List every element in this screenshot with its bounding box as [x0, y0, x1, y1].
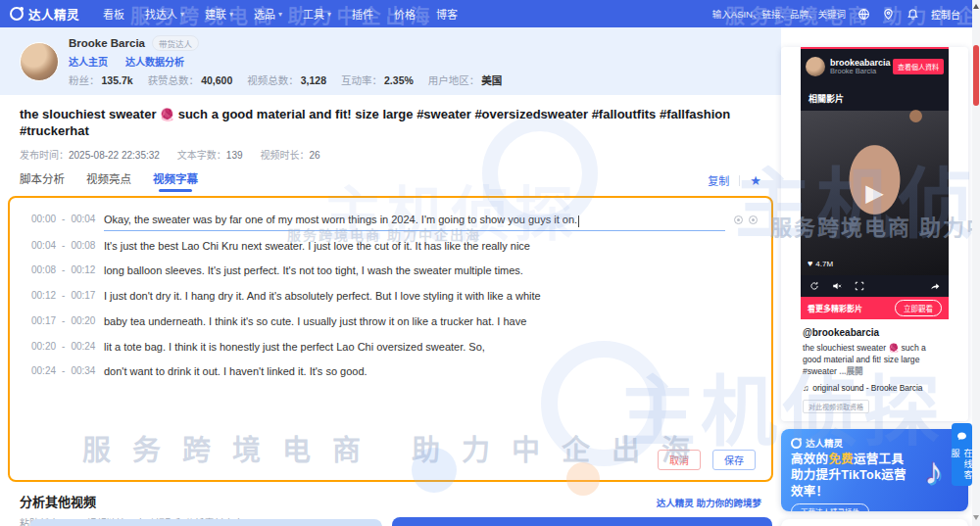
time-separator: - [62, 365, 65, 376]
start-time: 00:04 [31, 240, 56, 251]
nav-item-6[interactable]: 插件 [352, 6, 373, 22]
bottom-button-peek[interactable] [392, 517, 772, 526]
heart-icon: ♥ [808, 259, 812, 268]
subtitle-text-field[interactable]: long balloon sleeves. It's just perfect.… [104, 264, 758, 281]
subtitle-text[interactable]: lit a tote bag. I think it is honestly j… [104, 341, 485, 355]
tab-3[interactable]: 视频字幕 [153, 170, 198, 191]
scroll-thumb[interactable] [973, 45, 979, 106]
subtitle-text[interactable]: long balloon sleeves. It's just perfect.… [104, 264, 523, 278]
time-separator: - [62, 240, 65, 251]
cancel-button[interactable]: 取消 [658, 450, 701, 470]
creator-badge: 带货达人 [152, 35, 199, 51]
creator-avatar[interactable] [20, 42, 59, 81]
subtitle-row: 00:08-00:12long balloon sleeves. It's ju… [24, 264, 758, 281]
fullscreen-icon[interactable] [855, 277, 864, 295]
brand-logo-icon [10, 7, 24, 21]
subtitle-timestamp: 00:17-00:20 [24, 315, 104, 326]
scroll-down-arrow[interactable] [973, 515, 979, 520]
caption-expand-link[interactable]: ...展開 [839, 366, 862, 376]
nav-item-label: 找达人 [145, 6, 177, 22]
brand-logo[interactable]: 达人精灵 [10, 5, 79, 24]
start-time: 00:17 [31, 315, 56, 326]
nav-item-7[interactable]: 价格 [394, 6, 416, 22]
watch-more-label: 看更多精彩影片 [808, 303, 862, 313]
start-time: 00:12 [31, 290, 56, 301]
caption-text: the slouchiest sweater 🧶 such a good mat… [803, 342, 947, 377]
embed-display-name: Brooke Barcia [830, 68, 888, 76]
tabs-bar: 脚本分析视频亮点视频字幕 复制 ★ [20, 170, 761, 191]
start-time: 00:20 [31, 341, 56, 352]
brand-name: 达人精灵 [28, 5, 79, 24]
nav-search[interactable]: 输入ASIN、链接、品牌、关键词 [712, 7, 846, 21]
tab-2[interactable]: 视频亮点 [86, 170, 131, 191]
subtitle-text-field[interactable]: I just don't dry it. I hang dry it. And … [104, 290, 758, 307]
mute-icon[interactable] [832, 277, 842, 295]
subtitle-panel: 00:00-00:04Okay, the sweater was by far … [8, 196, 773, 482]
nav-item-4[interactable]: 选品▾ [254, 6, 282, 22]
nav-item-1[interactable]: 看板 [103, 6, 124, 22]
creator-analytics-link[interactable]: 达人数据分析 [125, 54, 184, 69]
subtitle-text-field[interactable]: lit a tote bag. I think it is honestly j… [104, 341, 758, 358]
stat-value: 美国 [481, 74, 502, 86]
settings-icon[interactable] [749, 215, 758, 224]
watch-now-button[interactable]: 立即觀看 [895, 300, 942, 316]
play-icon[interactable]: ▶ [865, 179, 883, 207]
subtitle-text-field[interactable]: don't want to drink it out. I haven't li… [104, 365, 758, 382]
location-pin-icon[interactable] [882, 8, 895, 21]
stat-label: 互动率： [341, 74, 382, 86]
promo-card[interactable]: 达人精灵 高效的免费运营工具 助力提升TikTok运营 效率！ 下载达人精灵插件… [781, 429, 968, 511]
subtitle-row: 00:00-00:04Okay, the sweater was by far … [24, 214, 758, 231]
meta-value: 26 [310, 150, 320, 161]
subtitle-text[interactable]: Okay, the sweater was by far one of my m… [104, 214, 577, 227]
embed-avatar[interactable] [806, 57, 825, 76]
subtitle-text[interactable]: It's just the best Lao Chi Kru next swea… [104, 240, 530, 254]
subtitle-text[interactable]: baby tea underneath. I think it's so cut… [104, 315, 526, 329]
share-icon[interactable] [930, 277, 940, 295]
end-time: 00:12 [71, 264, 95, 275]
copy-button[interactable]: 复制 [708, 172, 729, 188]
replay-icon[interactable] [809, 277, 819, 295]
favorite-star-icon[interactable]: ★ [750, 173, 761, 188]
creator-name: Brooke Barcia [69, 37, 145, 49]
nav-item-2[interactable]: 找达人▾ [145, 6, 184, 22]
nav-item-label: 价格 [394, 6, 416, 22]
subtitle-text-field[interactable]: It's just the best Lao Chi Kru next swea… [104, 240, 758, 257]
subtitle-text[interactable]: don't want to drink it out. I haven't li… [104, 365, 368, 379]
tab-1[interactable]: 脚本分析 [20, 170, 65, 191]
subtitle-timestamp: 00:00-00:04 [24, 214, 104, 224]
nav-item-5[interactable]: 工具▾ [303, 6, 331, 22]
start-time: 00:24 [31, 365, 56, 376]
stat-value: 3,128 [301, 74, 326, 86]
stat-label: 粉丝： [69, 74, 100, 86]
subtitle-row: 00:17-00:20baby tea underneath. I think … [24, 315, 758, 332]
nav-item-8[interactable]: 博客 [436, 6, 458, 22]
music-note-icon: ♫ [803, 383, 808, 393]
subtitle-text-field[interactable]: baby tea underneath. I think it's so cut… [104, 315, 758, 332]
nav-item-3[interactable]: 建联▾ [205, 6, 233, 22]
scroll-up-arrow[interactable] [973, 4, 979, 9]
view-profile-button[interactable]: 查看個人資料 [893, 59, 944, 74]
caption-handle[interactable]: @brookeabarcia [803, 327, 947, 338]
scrollbar[interactable] [972, 0, 980, 526]
bell-icon[interactable] [906, 8, 919, 21]
divider [739, 175, 740, 186]
settings-icon[interactable] [734, 215, 743, 224]
save-button[interactable]: 保存 [712, 450, 756, 470]
start-time: 00:00 [31, 214, 56, 224]
yarn-emoji: 🧶 [160, 108, 174, 121]
time-separator: - [62, 290, 65, 301]
video-player[interactable]: ▶ ♥ 4.7M [801, 111, 949, 275]
console-link[interactable]: 控制台 [931, 7, 960, 22]
stat-value: 40,600 [201, 74, 232, 86]
creator-homepage-link[interactable]: 达人主页 [69, 54, 108, 69]
time-separator: - [62, 341, 65, 352]
online-service-widget[interactable]: 在线客服 [952, 423, 972, 486]
download-plugin-button[interactable]: 下载达人精灵插件 [791, 503, 869, 511]
tiktok-embed-card: brookeabarcia Brooke Barcia 查看個人資料 相關影片 … [781, 47, 968, 421]
top-navbar: 达人精灵 看板找达人▾建联▾选品▾工具▾插件价格博客 输入ASIN、链接、品牌、… [0, 0, 980, 27]
subtitle-row: 00:20-00:24lit a tote bag. I think it is… [24, 341, 758, 358]
globe-icon[interactable] [858, 8, 870, 21]
subtitle-text-field[interactable]: Okay, the sweater was by far one of my m… [104, 214, 725, 231]
sound-row[interactable]: ♫ original sound - Brooke Barcia [803, 383, 947, 393]
subtitle-text[interactable]: I just don't dry it. I hang dry it. And … [104, 290, 541, 304]
